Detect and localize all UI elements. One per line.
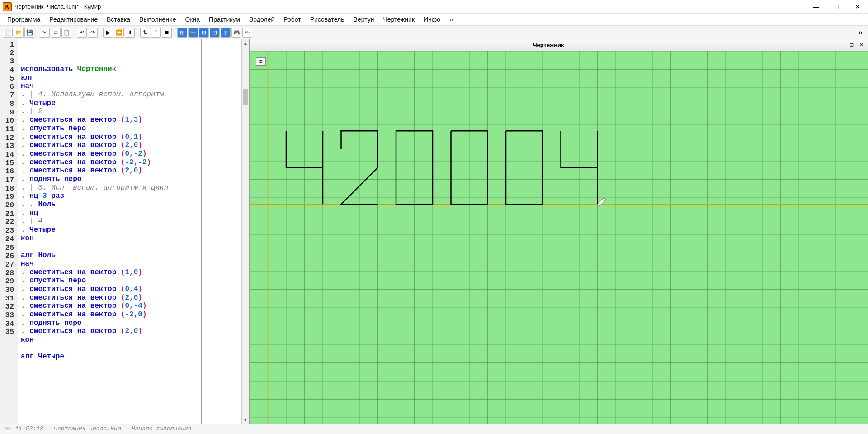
code-line[interactable]: . сместиться на вектор (2,0) <box>18 327 241 336</box>
module-1-icon[interactable]: ⊞ <box>177 28 187 38</box>
canvas-menu-icon[interactable]: ≡ <box>256 57 266 66</box>
line-number: 10 <box>0 117 18 125</box>
code-line[interactable]: . сместиться на вектор (0,1) <box>18 133 241 142</box>
menu-»[interactable]: » <box>446 15 457 24</box>
run-fast-icon[interactable]: ⏩ <box>114 28 124 38</box>
menu-Рисователь[interactable]: Рисователь <box>307 15 348 24</box>
menu-Редактирование[interactable]: Редактирование <box>46 15 101 24</box>
menu-Программа[interactable]: Программа <box>4 15 44 24</box>
line-number: 13 <box>0 142 18 151</box>
paste-icon[interactable]: 📋 <box>61 28 71 38</box>
toolbar-overflow-icon[interactable]: » <box>856 29 865 37</box>
module-2-icon[interactable]: 〰 <box>188 28 198 38</box>
editor-vscrollbar[interactable]: ▲ ▼ <box>241 39 249 424</box>
module-5-icon[interactable]: ⊞ <box>221 28 231 38</box>
code-line[interactable]: нач <box>18 82 241 91</box>
menu-Инфо[interactable]: Инфо <box>420 15 444 24</box>
menu-Окна[interactable]: Окна <box>182 15 204 24</box>
code-line[interactable]: . сместиться на вектор (2,0) <box>18 141 241 150</box>
code-line[interactable]: . кц <box>18 209 241 218</box>
redo-icon[interactable]: ↷ <box>88 28 98 38</box>
code-line[interactable]: . | 4 <box>18 217 241 226</box>
line-number: 9 <box>0 109 18 117</box>
undo-icon[interactable]: ↶ <box>77 28 87 38</box>
code-line[interactable]: . поднять перо <box>18 319 241 328</box>
toolbar: 📄 📂 💾 ✂ ⧉ 📋 ↶ ↷ ▶ ⏩ ⏸ ⇅ ⤴ ⏹ ⊞ 〰 ⊟ ⊡ ⊞ 🎮 … <box>0 26 868 39</box>
code-line[interactable]: . | 2 <box>18 107 241 116</box>
code-line[interactable] <box>18 344 241 353</box>
menu-Вставка[interactable]: Вставка <box>103 15 134 24</box>
menubar: ПрограммаРедактированиеВставкаВыполнение… <box>0 14 868 26</box>
code-line[interactable]: . | 4. Используем вспом. алгоритм <box>18 91 241 99</box>
module-4-icon[interactable]: ⊡ <box>210 28 220 38</box>
menu-Вертун[interactable]: Вертун <box>350 15 378 24</box>
pause-icon[interactable]: ⏸ <box>125 28 135 38</box>
code-line[interactable]: алг Четыре <box>18 353 241 361</box>
code-editor[interactable]: использовать Чертежникалгнач. | 4. Испол… <box>18 39 241 424</box>
code-line[interactable]: нач <box>18 260 241 268</box>
code-line[interactable]: . сместиться на вектор (-2,0) <box>18 310 241 319</box>
canvas-body[interactable]: ≡ <box>250 51 868 424</box>
code-line[interactable]: . . Ноль <box>18 200 241 209</box>
module-7-icon[interactable]: ✏ <box>242 28 252 38</box>
line-number: 5 <box>0 75 18 83</box>
open-file-icon[interactable]: 📂 <box>14 28 24 38</box>
code-line[interactable]: . | 0. Исп. вспом. алгоритм и цикл <box>18 184 241 192</box>
code-line[interactable]: . сместиться на вектор (-2,-2) <box>18 158 241 167</box>
menu-Выполнение[interactable]: Выполнение <box>136 15 179 24</box>
canvas-close-icon[interactable]: ✕ <box>857 42 865 48</box>
copy-icon[interactable]: ⧉ <box>51 28 61 38</box>
code-line[interactable]: . сместиться на вектор (1,0) <box>18 268 241 277</box>
code-line[interactable]: . сместиться на вектор (0,4) <box>18 285 241 294</box>
module-6-icon[interactable]: 🎮 <box>231 28 241 38</box>
scroll-thumb[interactable] <box>243 89 248 105</box>
line-number: 30 <box>0 286 18 295</box>
step-icon[interactable]: ⇅ <box>140 28 150 38</box>
scroll-up-icon[interactable]: ▲ <box>242 39 249 47</box>
save-file-icon[interactable]: 💾 <box>24 28 34 38</box>
canvas-max-icon[interactable]: ⊡ <box>847 42 855 48</box>
step-into-icon[interactable]: ⤴ <box>151 28 161 38</box>
close-button[interactable]: ✕ <box>847 0 868 14</box>
code-line[interactable]: . сместиться на вектор (0,-4) <box>18 302 241 310</box>
code-line[interactable]: . сместиться на вектор (2,0) <box>18 294 241 302</box>
line-number: 7 <box>0 91 18 100</box>
editor-vsplit[interactable] <box>201 39 202 424</box>
code-line[interactable]: . опустить перо <box>18 124 241 133</box>
code-line[interactable]: алг Ноль <box>18 251 241 260</box>
line-number: 15 <box>0 159 18 168</box>
line-number: 1 <box>0 41 18 49</box>
line-number: 26 <box>0 252 18 261</box>
run-icon[interactable]: ▶ <box>103 28 113 38</box>
line-number: 25 <box>0 244 18 253</box>
menu-Практикум[interactable]: Практикум <box>205 15 244 24</box>
code-line[interactable]: . поднять перо <box>18 175 241 184</box>
code-line[interactable]: использовать Чертежник <box>18 65 241 74</box>
minimize-button[interactable]: — <box>806 0 826 14</box>
line-number: 8 <box>0 100 18 109</box>
canvas-pane: Чертежник ⊡ ✕ ≡ <box>250 39 868 424</box>
stop-icon[interactable]: ⏹ <box>162 28 172 38</box>
new-file-icon[interactable]: 📄 <box>3 28 13 38</box>
menu-Водолей[interactable]: Водолей <box>245 15 278 24</box>
code-line[interactable]: . опустить перо <box>18 277 241 285</box>
svg-rect-0 <box>250 51 868 424</box>
maximize-button[interactable]: □ <box>826 0 847 14</box>
menu-Робот[interactable]: Робот <box>280 15 304 24</box>
code-line[interactable]: . Четыре <box>18 226 241 234</box>
code-line[interactable]: кон <box>18 336 241 344</box>
code-line[interactable]: . сместиться на вектор (0,-2) <box>18 150 241 158</box>
module-3-icon[interactable]: ⊟ <box>199 28 209 38</box>
code-line[interactable]: . нц 3 раз <box>18 192 241 200</box>
code-line[interactable]: . сместиться на вектор (2,0) <box>18 167 241 175</box>
code-line[interactable] <box>18 243 241 251</box>
code-line[interactable]: кон <box>18 234 241 243</box>
code-line[interactable]: . Четыре <box>18 99 241 108</box>
code-line[interactable]: . сместиться на вектор (1,3) <box>18 116 241 124</box>
drawing-canvas <box>250 51 868 424</box>
line-number: 19 <box>0 193 18 201</box>
scroll-down-icon[interactable]: ▼ <box>242 416 249 424</box>
menu-Чертежник[interactable]: Чертежник <box>379 15 418 24</box>
cut-icon[interactable]: ✂ <box>40 28 50 38</box>
code-line[interactable]: алг <box>18 74 241 82</box>
